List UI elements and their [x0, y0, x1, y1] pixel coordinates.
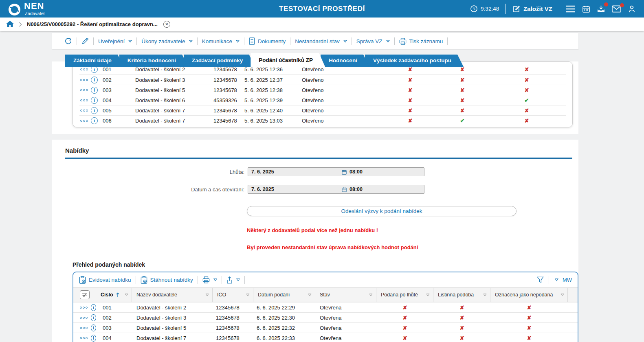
column-header-stav[interactable]: Stav — [315, 288, 376, 302]
refresh-button[interactable] — [64, 37, 72, 45]
tab-vysledek[interactable]: Výsledek zadávacího postupu — [365, 55, 464, 67]
info-icon[interactable]: i — [91, 87, 98, 94]
filter-caret-icon[interactable] — [426, 294, 430, 296]
filter-caret-icon[interactable] — [369, 294, 373, 296]
filter-caret-icon[interactable] — [205, 294, 209, 296]
row-actions-icon[interactable] — [79, 89, 91, 91]
user-button[interactable] — [628, 5, 636, 13]
toolbar-divider — [77, 37, 77, 45]
column-header-po-lhute[interactable]: Podaná po lhůtě — [376, 288, 433, 302]
lhuta-time-value[interactable]: 08:00 — [349, 169, 363, 175]
otevirani-field[interactable]: 7. 6. 2025 08:00 — [248, 185, 424, 194]
chevron-down-icon — [128, 40, 132, 43]
row-actions-icon[interactable] — [79, 337, 88, 339]
table-row[interactable]: i 004 Dodavatel - školení 7 12345678 6. … — [73, 333, 578, 342]
odeslani-vyzvy-button[interactable]: Odeslání výzvy k podání nabídek — [247, 206, 517, 216]
column-header-ico[interactable]: IČO — [213, 288, 253, 302]
table-row[interactable]: i 001 Dodavatel - školení 2 12345678 6. … — [73, 302, 578, 312]
info-icon[interactable]: i — [91, 97, 98, 104]
calendar-icon[interactable] — [342, 187, 347, 192]
otevirani-time-value[interactable]: 08:00 — [349, 186, 363, 192]
column-header-datum[interactable]: Datum podání — [253, 288, 315, 302]
table-row[interactable]: i 003 Dodavatel - školení 5 12345678 6. … — [73, 322, 578, 333]
otevirani-row: Datum a čas otevírání: 7. 6. 2025 08:00 — [65, 185, 572, 194]
info-icon[interactable]: i — [91, 107, 98, 114]
edit-square-icon — [512, 5, 521, 13]
home-icon[interactable] — [6, 21, 14, 28]
chevron-down-icon[interactable] — [555, 278, 558, 281]
lhuta-date-value[interactable]: 7. 6. 2025 — [251, 169, 342, 175]
edit-button[interactable] — [81, 37, 89, 45]
filter-caret-icon[interactable] — [308, 294, 312, 296]
cell-ico: 12345678 — [213, 305, 253, 311]
row-actions-icon[interactable] — [79, 79, 91, 81]
close-tab-icon[interactable]: ✕ — [163, 21, 170, 28]
filter-caret-icon[interactable] — [483, 294, 487, 296]
toolbar-nestandardni-stav[interactable]: Nestandardní stav — [295, 38, 347, 44]
filter-caret-icon[interactable] — [560, 294, 564, 296]
calendar-button[interactable] — [582, 5, 590, 13]
toolbar-dokumenty-label: Dokumenty — [258, 38, 286, 44]
table-row[interactable]: i 004 Dodavatel - školení 6 45359326 5. … — [79, 95, 566, 105]
toolbar-komunikace[interactable]: Komunikace — [202, 38, 240, 44]
column-settings-button[interactable] — [80, 290, 90, 299]
tab-label: Kritéria hodnocení — [127, 57, 176, 64]
toolbar-dokumenty[interactable]: Dokumenty — [249, 37, 286, 45]
cell-dodavatel: Dodavatel - školení 6 — [133, 97, 211, 103]
column-header-nepodana[interactable]: Označena jako nepodaná — [490, 288, 568, 302]
info-icon[interactable]: i — [91, 66, 98, 73]
row-actions-icon[interactable] — [79, 120, 91, 122]
tab-zakladni-udaje[interactable]: Základní údaje — [65, 55, 124, 67]
row-actions-icon[interactable] — [79, 307, 88, 309]
table-row[interactable]: i 003 Dodavatel - školení 5 12345678 5. … — [79, 85, 566, 95]
lhuta-field[interactable]: 7. 6. 2025 08:00 — [248, 167, 424, 176]
row-actions-icon[interactable] — [79, 327, 88, 329]
cell-datum: 6. 6. 2025 22:32 — [253, 325, 315, 331]
breadcrumb-item[interactable]: N006/25/V00005292 - Řešení optimalizace … — [27, 21, 158, 27]
inbox-button[interactable] — [597, 4, 605, 13]
table-row[interactable]: i 005 Dodavatel - školení 7 12345678 5. … — [79, 105, 566, 115]
column-header-dodavatel[interactable]: Název dodavatele — [132, 288, 213, 302]
info-icon[interactable]: i — [91, 77, 98, 83]
toolbar-sprava-vz[interactable]: Správa VZ — [356, 38, 390, 44]
print-table-button[interactable] — [202, 276, 217, 283]
mw-view-toggle[interactable]: MW — [563, 277, 572, 283]
info-icon[interactable]: i — [91, 117, 98, 124]
toolbar-ukony-zadavatele[interactable]: Úkony zadavatele — [141, 38, 192, 44]
info-icon[interactable]: i — [91, 314, 96, 321]
chevron-down-icon — [386, 40, 390, 43]
tab-kriteria-hodnoceni[interactable]: Kritéria hodnocení — [119, 55, 188, 67]
toolbar-uverejneni[interactable]: Uveřejnění — [98, 38, 132, 44]
row-actions-icon[interactable] — [79, 99, 91, 101]
column-header-cislo[interactable]: Číslo — [96, 288, 132, 302]
tab-podani-ucastniku-zp[interactable]: Podání účastníků ZP — [251, 53, 325, 67]
row-actions-icon[interactable] — [79, 68, 91, 70]
info-icon[interactable]: i — [91, 304, 96, 311]
otevirani-label: Datum a čas otevírání: — [65, 186, 244, 193]
stahnout-nabidky-button[interactable]: Stáhnout nabídky — [141, 276, 193, 284]
table-row[interactable]: i 002 Dodavatel - školení 3 12345678 5. … — [79, 75, 566, 85]
filter-caret-icon[interactable] — [246, 294, 250, 296]
messages-button[interactable] — [612, 5, 621, 13]
column-header-listinna[interactable]: Listinná podoba — [433, 288, 490, 302]
zalozit-vz-button[interactable]: Založit VZ — [512, 5, 552, 13]
info-icon[interactable]: i — [91, 324, 96, 331]
tab-hodnoceni[interactable]: Hodnocení — [321, 55, 369, 67]
nen-logo[interactable]: NEN Zadavatel — [8, 2, 44, 16]
cell-podana-po-lhute: ✘ — [383, 97, 437, 103]
row-actions-icon[interactable] — [79, 110, 91, 112]
app-logo-text: NEN — [24, 1, 44, 11]
evidovat-nabidku-button[interactable]: Evidovat nabídku — [79, 276, 131, 284]
export-button[interactable] — [226, 276, 240, 284]
info-icon[interactable]: i — [91, 335, 96, 342]
row-actions-icon[interactable] — [79, 317, 88, 319]
table-row[interactable]: i 006 Dodavatel - školení 7 12345678 5. … — [79, 115, 566, 125]
filter-funnel-icon[interactable] — [537, 276, 544, 283]
tab-zadavaci-podminky[interactable]: Zadávací podmínky — [184, 55, 255, 67]
calendar-icon[interactable] — [342, 169, 347, 175]
table-row[interactable]: i 002 Dodavatel - školení 3 12345678 6. … — [73, 312, 578, 322]
filter-caret-icon[interactable] — [125, 294, 128, 296]
menu-button[interactable] — [566, 5, 576, 13]
toolbar-tisk-zaznamu[interactable]: Tisk záznamu — [399, 38, 443, 45]
otevirani-date-value[interactable]: 7. 6. 2025 — [251, 186, 342, 192]
